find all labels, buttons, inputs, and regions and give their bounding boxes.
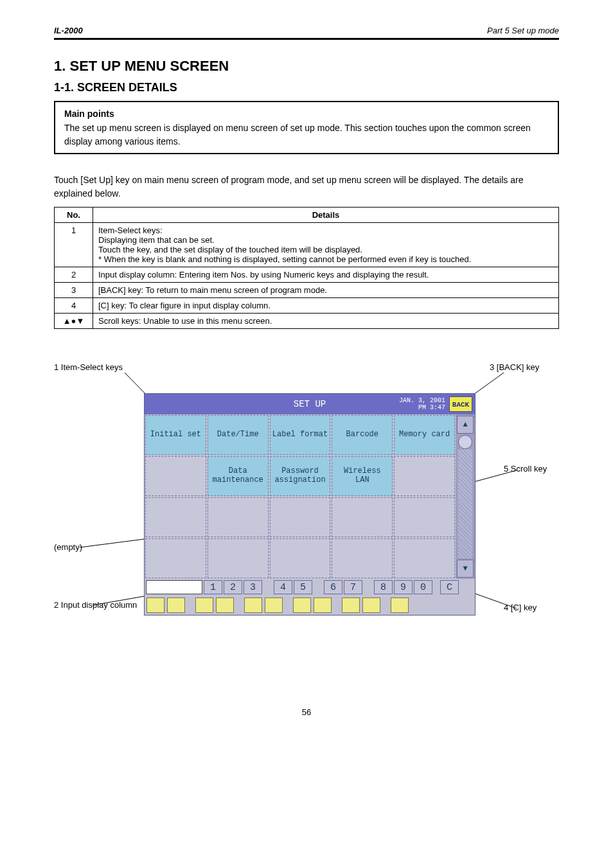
scroll-up-icon[interactable]: ▲ xyxy=(457,416,474,434)
item-select-empty xyxy=(208,497,269,537)
header-right: Part 5 Set up mode xyxy=(487,26,559,35)
item-select-empty xyxy=(394,497,455,537)
diagram-wrap: 1 Item-Select keys 3 [BACK] key 5 Scroll… xyxy=(54,355,559,689)
item-select-empty xyxy=(332,538,393,578)
item-grid: Initial setDate/TimeLabel formatBarcodeM… xyxy=(145,414,456,579)
callout-back-key: 3 [BACK] key xyxy=(490,362,539,373)
table-detail: Item-Select keys:Displaying item that ca… xyxy=(93,222,559,267)
item-select-empty xyxy=(332,497,393,537)
item-select-key[interactable]: Memory card xyxy=(394,415,455,455)
titlebar: SET UP JAN. 3, 2001 PM 3:47 BACK xyxy=(145,394,475,414)
num-key-3[interactable]: 3 xyxy=(244,580,262,594)
scroll-down-icon[interactable]: ▼ xyxy=(457,560,474,578)
fn-key[interactable] xyxy=(293,598,311,613)
description-table: No. Details 1Item-Select keys:Displaying… xyxy=(54,207,559,329)
item-select-key[interactable]: Passwordassignation xyxy=(270,456,331,496)
num-key-2[interactable]: 2 xyxy=(224,580,242,594)
numeric-keys-group: 1234567890 xyxy=(204,580,432,594)
item-select-empty xyxy=(394,456,455,496)
num-key-6[interactable]: 6 xyxy=(324,580,342,594)
callout-input-column: 2 Input display column xyxy=(54,600,137,610)
th-details: Details xyxy=(93,207,559,222)
table-no: 1 xyxy=(55,222,93,267)
fn-key[interactable] xyxy=(314,598,332,613)
num-key-8[interactable]: 8 xyxy=(374,580,393,594)
table-no: ▲●▼ xyxy=(55,313,93,328)
callout-scroll-key: 5 Scroll key xyxy=(504,464,547,474)
back-button[interactable]: BACK xyxy=(449,396,472,412)
scroll-track xyxy=(458,449,472,558)
setup-screenshot: SET UP JAN. 3, 2001 PM 3:47 BACK Initial… xyxy=(144,393,475,616)
item-select-key[interactable]: WirelessLAN xyxy=(332,456,393,496)
callout-c-key: 4 [C] key xyxy=(504,603,537,613)
main-points-title: Main points xyxy=(64,107,549,120)
item-select-empty xyxy=(208,538,269,578)
intro-text: Touch [Set Up] key on main menu screen o… xyxy=(54,173,559,200)
num-key-1[interactable]: 1 xyxy=(204,580,222,594)
table-no: 4 xyxy=(55,297,93,313)
num-key-group: 67 xyxy=(324,580,362,594)
item-select-empty xyxy=(270,538,331,578)
item-select-empty xyxy=(145,456,206,496)
table-detail: Input display column: Entering item Nos.… xyxy=(93,267,559,282)
fn-key[interactable] xyxy=(265,598,283,613)
item-select-empty xyxy=(145,497,206,537)
section-title: 1. SET UP MENU SCREEN xyxy=(54,58,559,75)
fn-key[interactable] xyxy=(167,598,185,613)
item-select-empty xyxy=(394,538,455,578)
fn-key[interactable] xyxy=(244,598,262,613)
item-select-empty xyxy=(270,497,331,537)
callout-item-select: 1 Item-Select keys xyxy=(54,362,123,373)
screen-title: SET UP xyxy=(294,399,326,409)
screen-body: Initial setDate/TimeLabel formatBarcodeM… xyxy=(145,414,475,579)
table-no: 2 xyxy=(55,267,93,282)
table-no: 3 xyxy=(55,282,93,297)
item-select-key[interactable]: Initial set xyxy=(145,415,206,455)
scroll-glyph-icon: ▲●▼ xyxy=(63,316,85,326)
page-number: 56 xyxy=(0,707,613,717)
input-display-column[interactable] xyxy=(146,580,202,594)
fn-key[interactable] xyxy=(195,598,213,613)
header-left: IL-2000 xyxy=(54,26,83,35)
num-key-0[interactable]: 0 xyxy=(414,580,432,594)
main-points-box: Main points The set up menu screen is di… xyxy=(54,101,559,154)
item-select-empty xyxy=(145,538,206,578)
numeric-row: 1234567890 C xyxy=(145,579,475,596)
callout-empty: (empty) xyxy=(54,542,82,553)
table-detail: [C] key: To clear figure in input displa… xyxy=(93,297,559,313)
screen-datetime: JAN. 3, 2001 PM 3:47 xyxy=(399,397,445,411)
fn-key[interactable] xyxy=(147,598,164,613)
th-no: No. xyxy=(55,207,93,222)
num-key-9[interactable]: 9 xyxy=(394,580,413,594)
clear-key[interactable]: C xyxy=(440,580,459,594)
fn-key[interactable] xyxy=(391,598,409,613)
num-key-4[interactable]: 4 xyxy=(274,580,292,594)
fn-key[interactable] xyxy=(342,598,360,613)
function-key-row xyxy=(145,596,475,615)
item-select-key[interactable]: Date/Time xyxy=(208,415,269,455)
num-key-7[interactable]: 7 xyxy=(344,580,362,594)
table-detail: [BACK] key: To return to main menu scree… xyxy=(93,282,559,297)
item-select-key[interactable]: Barcode xyxy=(332,415,393,455)
fn-key[interactable] xyxy=(216,598,234,613)
table-detail: Scroll keys: Unable to use in this menu … xyxy=(93,313,559,328)
fn-key[interactable] xyxy=(362,598,380,613)
item-select-key[interactable]: Datamaintenance xyxy=(208,456,269,496)
num-key-group: 123 xyxy=(204,580,262,594)
scroll-knob[interactable] xyxy=(458,435,472,449)
section-subtitle: 1-1. SCREEN DETAILS xyxy=(54,81,559,94)
main-points-body: The set up menu screen is displayed on m… xyxy=(64,121,549,148)
item-select-key[interactable]: Label format xyxy=(270,415,331,455)
scrollbar[interactable]: ▲ ▼ xyxy=(456,414,475,579)
num-key-5[interactable]: 5 xyxy=(294,580,312,594)
page-header: IL-2000 Part 5 Set up mode xyxy=(54,26,559,40)
num-key-group: 890 xyxy=(374,580,432,594)
num-key-group: 45 xyxy=(274,580,312,594)
